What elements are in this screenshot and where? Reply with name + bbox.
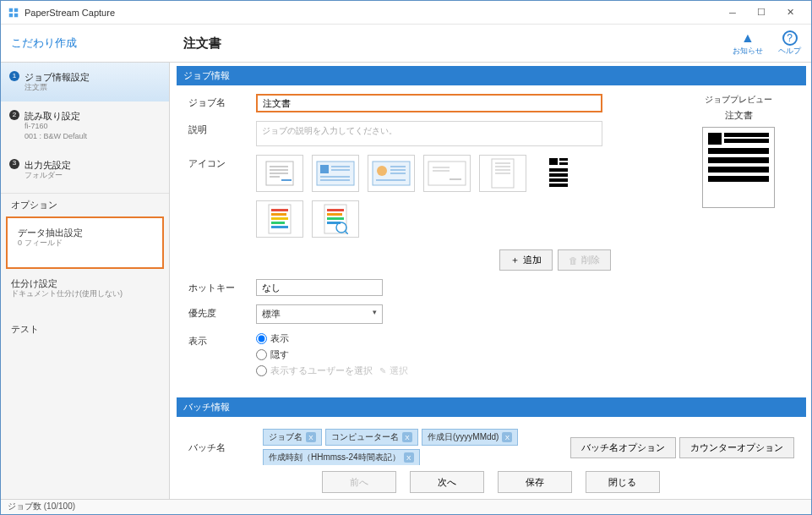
titlebar: PaperStream Capture ─ ☐ ✕ [1, 1, 811, 25]
help-icon: ? [782, 30, 798, 46]
priority-select[interactable]: 標準 [256, 304, 383, 324]
options-header: オプション [1, 193, 169, 215]
minimize-button[interactable]: ─ [718, 3, 747, 23]
display-label: 表示 [188, 332, 256, 348]
page-title: 注文書 [183, 36, 221, 52]
triangle-up-icon: ▲ [741, 30, 755, 46]
remove-tag-icon[interactable]: X [306, 432, 316, 442]
description-input[interactable]: ジョブの説明を入力してください。 [256, 121, 602, 146]
priority-label: 優先度 [188, 304, 256, 320]
close-button[interactable]: ✕ [776, 3, 804, 23]
svg-rect-2 [9, 13, 13, 16]
svg-rect-34 [549, 168, 568, 172]
batch-name-tags[interactable]: ジョブ名X コンピューター名X 作成日(yyyyMMdd)X 作成時刻（HHmm… [263, 429, 564, 465]
svg-rect-35 [549, 173, 568, 177]
footer-buttons: 前へ 次へ 保存 閉じる [170, 465, 811, 499]
icon-option-8[interactable] [312, 200, 359, 238]
batch-name-options-button[interactable]: バッチ名オプション [570, 437, 676, 458]
hotkey-input[interactable] [256, 279, 383, 296]
section-job-info: ジョブ情報 [177, 66, 806, 85]
icon-option-3[interactable] [368, 155, 415, 192]
svg-rect-22 [428, 162, 466, 185]
save-button[interactable]: 保存 [498, 471, 572, 493]
remove-tag-icon[interactable]: X [404, 452, 414, 463]
remove-tag-icon[interactable]: X [502, 432, 512, 442]
hotkey-label: ホットキー [188, 279, 256, 294]
svg-point-17 [377, 166, 387, 176]
batch-name-label: バッチ名 [188, 441, 256, 454]
tag-created-time[interactable]: 作成時刻（HHmmss-24時間表記）X [263, 449, 420, 465]
icon-option-5[interactable] [479, 155, 526, 192]
svg-rect-40 [271, 213, 286, 216]
app-icon [8, 7, 19, 19]
step-output-settings[interactable]: 3 出力先設定 フォルダー [1, 151, 169, 189]
display-hide-radio[interactable]: 隠す [256, 348, 659, 361]
svg-rect-41 [271, 217, 288, 220]
svg-rect-37 [549, 184, 568, 187]
job-preview: ジョブプレビュー 注文書 [671, 85, 806, 397]
close-footer-button[interactable]: 閉じる [586, 471, 660, 493]
job-name-label: ジョブ名 [188, 94, 256, 109]
trash-icon: 🗑 [569, 255, 578, 266]
section-batch-info: バッチ情報 [177, 397, 806, 417]
topbar: こだわり作成 注文書 ▲ お知らせ ? ヘルプ [1, 25, 811, 62]
svg-rect-45 [327, 209, 344, 211]
tag-created-date[interactable]: 作成日(yyyyMMdd)X [422, 429, 518, 446]
svg-rect-47 [327, 217, 344, 220]
svg-rect-3 [14, 13, 18, 16]
svg-rect-11 [320, 165, 329, 173]
job-name-input[interactable] [256, 94, 602, 112]
icon-option-4[interactable] [423, 155, 471, 192]
svg-rect-33 [559, 162, 568, 165]
main-panel: ジョブ情報 ジョブ名 説明 ジョブの説明を入力してください。 アイコン [170, 63, 811, 499]
maximize-button[interactable]: ☐ [747, 3, 776, 23]
step-scan-settings[interactable]: 2 読み取り設定 fi-7160 001 : B&W Default [1, 101, 169, 151]
icon-option-7[interactable] [256, 200, 303, 238]
svg-rect-0 [9, 8, 13, 11]
sidebar: 1 ジョブ情報設定 注文票 2 読み取り設定 fi-7160 001 : B&W… [1, 63, 170, 499]
step-job-info[interactable]: 1 ジョブ情報設定 注文票 [1, 63, 169, 101]
help-button[interactable]: ? ヘルプ [778, 30, 801, 57]
svg-rect-1 [14, 8, 18, 11]
description-label: 説明 [188, 121, 256, 136]
icon-option-6[interactable] [535, 155, 582, 192]
svg-rect-46 [327, 213, 342, 216]
icon-grid [256, 155, 611, 238]
svg-rect-42 [271, 222, 285, 224]
icon-label: アイコン [188, 155, 256, 170]
status-bar: ジョブ数 (10/100) [1, 499, 811, 514]
svg-rect-36 [549, 178, 568, 182]
delete-icon-button[interactable]: 🗑削除 [558, 249, 611, 271]
svg-rect-43 [271, 226, 288, 228]
mode-label[interactable]: こだわり作成 [11, 36, 77, 49]
svg-rect-31 [549, 158, 558, 165]
option-data-extraction[interactable]: データ抽出設定 0 フィールド [6, 216, 164, 269]
option-separation[interactable]: 仕分け設定 ドキュメント仕分け(使用しない) [1, 271, 169, 306]
svg-rect-39 [271, 209, 288, 211]
tag-job-name[interactable]: ジョブ名X [263, 429, 322, 446]
app-title: PaperStream Capture [25, 8, 718, 18]
option-test[interactable]: テスト [1, 316, 169, 342]
preview-thumbnail [702, 127, 775, 208]
pencil-icon: ✎ [379, 366, 386, 375]
notify-button[interactable]: ▲ お知らせ [733, 30, 763, 57]
app-window: PaperStream Capture ─ ☐ ✕ こだわり作成 注文書 ▲ お… [0, 0, 812, 515]
remove-tag-icon[interactable]: X [402, 432, 412, 442]
counter-options-button[interactable]: カウンターオプション [679, 437, 794, 458]
icon-option-2[interactable] [312, 155, 359, 192]
icon-option-1[interactable] [256, 155, 303, 192]
next-button[interactable]: 次へ [410, 471, 484, 493]
preview-title: 注文書 [671, 109, 806, 122]
display-show-radio[interactable]: 表示 [256, 332, 659, 345]
plus-icon: ＋ [510, 254, 520, 266]
display-select-users-radio[interactable]: 表示するユーザーを選択✎選択 [256, 364, 659, 377]
tag-computer-name[interactable]: コンピューター名X [325, 429, 418, 446]
add-icon-button[interactable]: ＋追加 [499, 249, 553, 271]
prev-button[interactable]: 前へ [322, 471, 396, 493]
svg-rect-32 [559, 158, 568, 161]
